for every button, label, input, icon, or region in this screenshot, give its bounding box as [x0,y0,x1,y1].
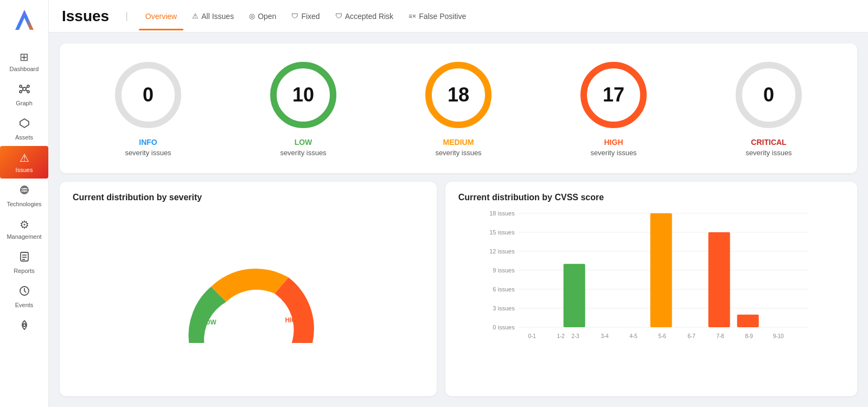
sidebar-item-label: Technologies [7,201,41,207]
severity-summary-card: 0 INFO severity issues 10 LOW severity i… [60,43,857,173]
svg-line-6 [25,87,27,89]
medium-sublabel: severity issues [435,149,481,157]
tab-all-issues-label: All Issues [201,12,234,21]
svg-text:7-8: 7-8 [716,333,724,339]
sidebar-item-management[interactable]: ⚙ Management [0,213,48,245]
app-logo[interactable] [9,5,39,35]
graph-icon [18,83,30,98]
bar-8-9 [737,315,758,327]
page-header: Issues | Overview ⚠ All Issues ◎ Open 🛡 … [49,0,868,33]
fixed-icon: 🛡 [291,12,298,20]
medium-label: MEDIUM [443,138,474,147]
issues-icon: ⚠ [20,151,29,164]
sidebar-item-events[interactable]: Events [0,279,48,314]
svg-text:3 issues: 3 issues [493,305,515,311]
reports-icon [18,251,30,265]
arc-chart: LOW MEDIUM HIGH [73,208,424,385]
sidebar-item-label: Reports [14,268,35,274]
svg-line-5 [22,87,23,89]
tab-fixed[interactable]: 🛡 Fixed [285,8,326,25]
sidebar-item-extra[interactable] [0,314,48,339]
severity-chart-title: Current distribution by severity [73,193,424,202]
sidebar-item-technologies[interactable]: Technologies [0,179,48,213]
svg-text:0 issues: 0 issues [493,324,515,330]
sidebar: ⊞ Dashboard Graph Assets ⚠ [0,0,49,407]
false-positive-icon: ≡× [409,12,416,20]
high-sublabel: severity issues [590,149,636,157]
svg-text:6 issues: 6 issues [493,286,515,292]
medium-count: 18 [448,84,469,106]
open-icon: ◎ [249,12,255,20]
tab-false-positive[interactable]: ≡× False Positive [402,8,473,25]
high-count: 17 [603,84,624,106]
sidebar-item-label: Issues [16,167,33,173]
sidebar-item-label: Dashboard [10,66,39,72]
sidebar-item-dashboard[interactable]: ⊞ Dashboard [0,45,48,78]
svg-point-3 [20,91,22,93]
low-count: 10 [292,84,314,106]
accepted-risk-icon: 🛡 [335,12,342,20]
tab-open[interactable]: ◎ Open [242,8,283,25]
severity-info: 0 INFO severity issues [113,60,183,157]
svg-text:3-4: 3-4 [601,333,609,339]
svg-text:0-1: 0-1 [528,333,536,339]
tab-accepted-risk-label: Accepted Risk [345,12,393,21]
cvss-distribution-card: Current distribution by CVSS score [445,182,857,396]
svg-text:12 issues: 12 issues [489,248,515,255]
severity-low: 10 LOW severity issues [268,60,339,157]
bar-2-3 [563,264,585,327]
extra-icon [18,319,30,334]
svg-text:6-7: 6-7 [687,333,695,339]
svg-text:9 issues: 9 issues [493,267,515,274]
sidebar-item-assets[interactable]: Assets [0,112,48,146]
medium-circle: 18 [423,60,494,130]
tab-all-issues[interactable]: ⚠ All Issues [186,8,240,25]
svg-text:HIGH: HIGH [285,316,302,323]
high-circle: 17 [578,60,649,130]
bar-5-6 [650,213,672,327]
severity-critical: 0 CRITICAL severity issues [733,60,804,157]
svg-text:9-10: 9-10 [773,333,783,339]
severity-high: 17 HIGH severity issues [578,60,649,157]
tab-overview[interactable]: Overview [139,8,183,25]
critical-label: CRITICAL [751,138,786,147]
sidebar-item-label: Events [15,302,34,308]
info-sublabel: severity issues [125,149,171,157]
tab-fixed-label: Fixed [301,12,320,21]
info-label: INFO [139,138,157,147]
svg-point-4 [27,91,29,93]
svg-line-7 [22,90,23,91]
svg-text:15 issues: 15 issues [489,229,515,236]
dashboard-icon: ⊞ [20,50,29,63]
main-content: Issues | Overview ⚠ All Issues ◎ Open 🛡 … [49,0,868,407]
sidebar-item-reports[interactable]: Reports [0,245,48,279]
tab-accepted-risk[interactable]: 🛡 Accepted Risk [329,8,400,25]
assets-icon [18,117,30,132]
info-circle: 0 [113,60,183,130]
low-label: LOW [295,138,312,147]
header-tabs: Overview ⚠ All Issues ◎ Open 🛡 Fixed 🛡 A… [139,8,473,25]
severity-medium: 18 MEDIUM severity issues [423,60,494,157]
info-count: 0 [143,84,154,106]
svg-text:4-5: 4-5 [629,333,637,339]
low-sublabel: severity issues [280,149,326,157]
sidebar-item-label: Assets [15,134,33,141]
svg-text:LOW: LOW [201,319,217,326]
sidebar-item-graph[interactable]: Graph [0,78,48,112]
svg-text:8-9: 8-9 [745,333,753,339]
svg-text:MEDIUM: MEDIUM [235,284,261,291]
svg-text:2-3: 2-3 [571,333,579,339]
critical-circle: 0 [733,60,804,130]
severity-distribution-card: Current distribution by severity [60,182,437,396]
tab-false-positive-label: False Positive [419,12,466,21]
cvss-bar-chart: 0 issues 3 issues 6 issues 9 issues 12 i… [458,208,844,349]
critical-sublabel: severity issues [745,149,792,157]
events-icon [18,285,30,300]
low-circle: 10 [268,60,339,130]
sidebar-item-issues[interactable]: ⚠ Issues [0,146,48,179]
svg-point-1 [20,85,22,87]
critical-count: 0 [763,84,774,106]
content-area: 0 INFO severity issues 10 LOW severity i… [49,33,868,407]
high-label: HIGH [604,138,623,147]
sidebar-item-label: Management [7,233,41,240]
